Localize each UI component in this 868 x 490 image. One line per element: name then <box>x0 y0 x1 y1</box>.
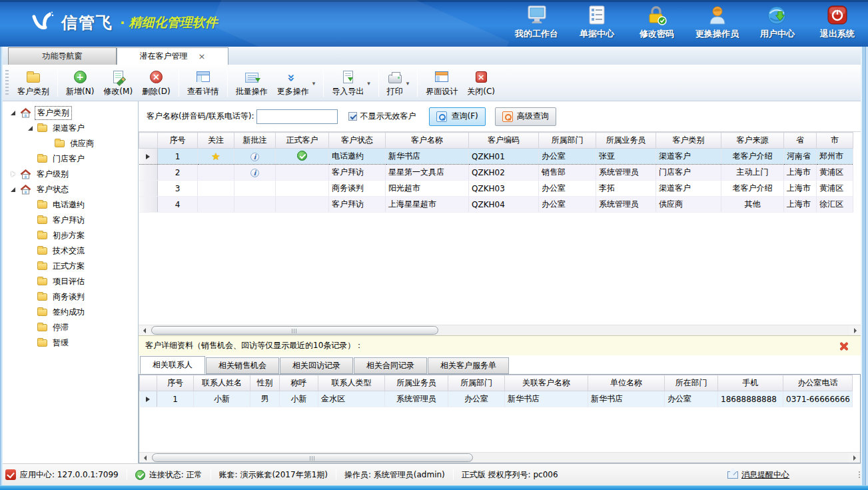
tree-item-customer-status[interactable]: 客户状态 <box>3 182 138 197</box>
detail-grid-hscrollbar[interactable] <box>139 452 860 463</box>
scrollbar-thumb[interactable] <box>152 453 473 462</box>
tree-item-tech-exchange[interactable]: 技术交流 <box>3 243 138 259</box>
tree-item-customer-level[interactable]: 客户级别 <box>3 167 138 182</box>
tab-related-sales-opportunities[interactable]: 相关销售机会 <box>206 357 279 374</box>
column-header[interactable]: 市 <box>817 133 853 149</box>
expander-open-icon[interactable] <box>9 187 17 193</box>
hide-invalid-checkbox[interactable]: 不显示无效客户 <box>348 111 416 122</box>
column-header[interactable]: 所属部门 <box>448 375 505 391</box>
tree-item-store-customer[interactable]: 门店客户 <box>3 151 138 167</box>
tab-related-service-orders[interactable]: 相关客户服务单 <box>428 357 509 374</box>
switch-operator-button[interactable]: 更换操作员 <box>695 5 739 40</box>
tree-item-channel-customer[interactable]: 渠道客户 <box>3 121 138 136</box>
tree-item-signed-success[interactable]: 签约成功 <box>3 305 138 320</box>
advanced-search-button[interactable]: 高级查询 <box>495 107 556 126</box>
dropdown-arrow-icon[interactable]: ▾ <box>367 80 370 87</box>
table-row[interactable]: 4 客户拜访 上海星星超市 QZKH04 办公室 系统管理员 供应商 其他 上海… <box>139 197 853 213</box>
scroll-right-arrow[interactable] <box>849 325 861 336</box>
documents-center-button[interactable]: 单据中心 <box>576 5 618 40</box>
change-password-button[interactable]: 修改密码 <box>636 5 678 40</box>
row-selector[interactable] <box>139 149 158 165</box>
column-header[interactable]: 性别 <box>250 375 280 391</box>
column-header[interactable]: 手机 <box>718 375 783 391</box>
column-header[interactable]: 新批注 <box>234 133 276 149</box>
dropdown-arrow-icon[interactable]: ▾ <box>312 80 316 87</box>
scroll-left-arrow[interactable] <box>139 325 150 336</box>
column-header[interactable]: 客户状态 <box>329 133 386 149</box>
workbench-button[interactable]: 我的工作台 <box>515 5 558 40</box>
star-icon[interactable]: ★ <box>211 151 220 163</box>
tree-item-business-negotiation[interactable]: 商务谈判 <box>3 289 138 305</box>
edit-button[interactable]: 修改(M) <box>99 67 137 99</box>
print-button[interactable]: 打印 ▾ <box>382 67 414 99</box>
column-header[interactable]: 所属业务员 <box>596 133 656 149</box>
column-header[interactable]: 正式客户 <box>276 133 329 149</box>
more-operations-button[interactable]: 更多操作 ▾ <box>272 67 320 99</box>
tab-related-contracts[interactable]: 相关合同记录 <box>354 357 427 374</box>
note-info-icon[interactable]: i <box>250 153 259 161</box>
table-row[interactable]: 3 商务谈判 阳光超市 QZKH03 办公室 李拓 渠道客户 老客户介绍 上海市… <box>139 181 853 197</box>
row-selector[interactable] <box>140 391 157 407</box>
search-button[interactable]: 查询(F) <box>429 107 485 126</box>
column-header[interactable]: 客户来源 <box>721 133 784 149</box>
tree-item-phone-invite[interactable]: 电话邀约 <box>3 197 138 213</box>
column-header[interactable]: 单位名称 <box>588 375 665 391</box>
scrollbar-thumb[interactable] <box>151 326 438 335</box>
column-header[interactable]: 办公室电话 <box>783 375 853 391</box>
tab-related-contacts[interactable]: 相关联系人 <box>140 356 205 374</box>
customer-name-input[interactable] <box>256 109 338 124</box>
table-row[interactable]: 1 ★ i 电话邀约 新华书店 QZKH01 办公室 张亚 渠道客户 老客户介绍… <box>139 149 853 165</box>
customer-category-button[interactable]: 客户类别 <box>13 67 54 99</box>
batch-operation-button[interactable]: 批量操作 <box>231 67 272 99</box>
add-button[interactable]: + 新增(N) <box>61 67 99 99</box>
main-grid-hscrollbar[interactable] <box>139 325 861 335</box>
column-header[interactable]: 所属业务员 <box>385 375 448 391</box>
column-header[interactable]: 关注 <box>198 133 234 149</box>
formal-check-icon[interactable] <box>297 151 307 161</box>
row-selector-header[interactable] <box>140 375 157 391</box>
column-header[interactable]: 所属部门 <box>539 133 596 149</box>
view-detail-button[interactable]: 查看详情 <box>183 67 224 99</box>
column-header[interactable]: 称呼 <box>280 375 318 391</box>
close-button[interactable]: × 关闭(C) <box>462 67 500 99</box>
column-header[interactable]: 关联客户名称 <box>505 375 588 391</box>
tree-item-supplier[interactable]: 供应商 <box>3 136 138 151</box>
tree-item-initial-plan[interactable]: 初步方案 <box>3 228 138 243</box>
scrollbar-track[interactable] <box>150 325 849 335</box>
expander-closed-icon[interactable] <box>9 171 17 178</box>
column-header[interactable]: 客户编码 <box>469 133 539 149</box>
row-selector-header[interactable] <box>139 133 158 149</box>
column-header[interactable]: 客户类别 <box>656 133 721 149</box>
expander-open-icon[interactable] <box>9 110 17 117</box>
table-row[interactable]: 2 i 客户拜访 星星第一文具店 QZKH02 销售部 系统管理员 门店客户 主… <box>139 165 853 181</box>
tab-function-navigator[interactable]: 功能导航窗 <box>8 47 117 65</box>
column-header[interactable]: 客户名称 <box>386 133 469 149</box>
scroll-left-arrow[interactable] <box>139 453 151 463</box>
tab-potential-customers[interactable]: 潜在客户管理 × <box>117 47 228 65</box>
tab-related-return-visits[interactable]: 相关回访记录 <box>280 357 353 374</box>
tree-item-formal-plan[interactable]: 正式方案 <box>3 259 138 274</box>
column-header[interactable]: 序号 <box>158 133 198 149</box>
checkbox-checked-icon[interactable] <box>348 112 357 121</box>
message-center-link[interactable]: 消息提醒中心 <box>727 469 789 481</box>
tree-item-customer-visit[interactable]: 客户拜访 <box>3 213 138 228</box>
note-info-icon[interactable]: i <box>250 169 259 177</box>
delete-button[interactable]: × 删除(D) <box>137 67 175 99</box>
import-export-button[interactable]: 导入导出 ▾ <box>327 67 375 99</box>
dropdown-arrow-icon[interactable]: ▾ <box>406 80 410 87</box>
detail-close-icon[interactable] <box>838 341 849 351</box>
tree-item-project-evaluation[interactable]: 项目评估 <box>3 274 138 289</box>
tree-item-postponed[interactable]: 暂缓 <box>3 335 138 351</box>
ui-design-button[interactable]: 界面设计 <box>421 67 462 99</box>
column-header[interactable]: 联系人类型 <box>318 375 385 391</box>
column-header[interactable]: 序号 <box>157 375 194 391</box>
column-header[interactable]: 联系人姓名 <box>194 375 250 391</box>
user-center-button[interactable]: 用户中心 <box>756 5 799 40</box>
column-header[interactable]: 所在部门 <box>665 375 718 391</box>
tree-item-customer-category[interactable]: 客户类别 <box>3 105 138 121</box>
scrollbar-track[interactable] <box>151 453 849 463</box>
tab-close-icon[interactable]: × <box>199 52 206 61</box>
table-row[interactable]: 1 小新 男 小新 金水区 系统管理员 办公室 新华书店 新华书店 办公室 18… <box>140 391 853 407</box>
column-header[interactable]: 省 <box>784 133 817 149</box>
tree-item-stalled[interactable]: 停滞 <box>3 320 138 335</box>
